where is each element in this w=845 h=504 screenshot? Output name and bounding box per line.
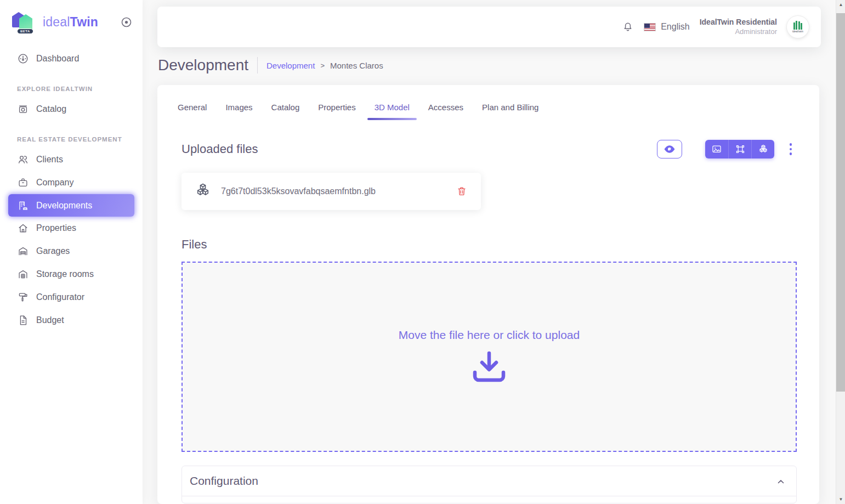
configuration-card: Configuration [182, 466, 797, 503]
model-3d-view-button[interactable] [751, 140, 774, 158]
notifications-button[interactable] [622, 21, 634, 33]
avatar-building-icon [793, 21, 803, 30]
sidebar-item-dashboard[interactable]: Dashboard [0, 47, 143, 70]
view-toolbar [657, 140, 797, 158]
home-icon [17, 222, 29, 234]
vector-square-icon [735, 144, 746, 155]
app-screen: BETA idealTwin Dashboard EXPLORE IDEALTW… [0, 0, 845, 504]
sidebar-item-label: Properties [36, 223, 76, 233]
breadcrumb: Development > Montes Claros [266, 61, 383, 70]
briefcase-icon [17, 177, 29, 189]
title-divider [257, 57, 258, 73]
vector-view-button[interactable] [728, 140, 751, 158]
sidebar-item-label: Garages [36, 246, 70, 256]
gauge-icon [17, 53, 29, 65]
scroll-down-arrow[interactable]: ▼ [836, 495, 845, 504]
user-role: Administrator [700, 27, 777, 37]
sidebar-item-catalog[interactable]: Catalog [0, 98, 143, 121]
brand-name: idealTwin [43, 15, 98, 30]
sidebar-section-explore: EXPLORE IDEALTWIN [17, 86, 143, 92]
trash-icon [456, 185, 468, 197]
tab-properties[interactable]: Properties [318, 103, 355, 120]
page-scrollbar[interactable]: ▲ ▼ [836, 0, 845, 504]
image-view-button[interactable] [705, 140, 728, 158]
download-tray-icon [469, 349, 509, 386]
page-title-row: Development Development > Montes Claros [158, 56, 383, 74]
sidebar-item-label: Dashboard [36, 54, 79, 64]
uploaded-files-heading: Uploaded files [182, 142, 258, 156]
sidebar-nav: Dashboard EXPLORE IDEALTWIN Catalog REAL… [0, 47, 143, 332]
configuration-header[interactable]: Configuration [182, 466, 796, 496]
sidebar-item-garages[interactable]: Garages [0, 240, 143, 263]
bell-icon [622, 21, 634, 33]
file-dropzone[interactable]: Move the file here or click to upload [182, 262, 797, 452]
preview-button[interactable] [657, 140, 682, 158]
tab-images[interactable]: Images [225, 103, 252, 120]
tab-bar: General Images Catalog Properties 3D Mod… [157, 85, 819, 120]
avatar-caption: idealtwin [792, 30, 803, 33]
sidebar-item-label: Developments [36, 201, 92, 211]
beta-badge: BETA [17, 29, 33, 34]
sidebar-item-storage-rooms[interactable]: Storage rooms [0, 263, 143, 286]
scroll-up-arrow[interactable]: ▲ [836, 0, 845, 9]
dropzone-text: Move the file here or click to upload [399, 329, 580, 342]
sidebar-collapse-toggle[interactable] [121, 17, 132, 27]
sidebar-item-label: Catalog [36, 104, 66, 114]
sidebar-item-label: Clients [36, 155, 63, 165]
files-heading: Files [182, 237, 819, 252]
delete-file-button[interactable] [456, 185, 468, 197]
sidebar-item-label: Configurator [36, 292, 84, 302]
cubes-icon [758, 144, 769, 155]
file-name: 7g6t7t0dl53k5ksovavfabqsaemfntbn.glb [221, 186, 376, 196]
sidebar-item-budget[interactable]: Budget [0, 309, 143, 332]
sidebar-item-label: Company [36, 178, 73, 188]
sidebar-item-properties[interactable]: Properties [0, 217, 143, 240]
page-title: Development [158, 56, 248, 74]
sidebar-item-configurator[interactable]: Configurator [0, 286, 143, 309]
scrollbar-thumb[interactable] [836, 13, 845, 392]
tab-plan-and-billing[interactable]: Plan and Billing [482, 103, 538, 120]
record-circle-icon [121, 17, 132, 27]
catalog-icon [17, 103, 29, 115]
us-flag-icon [644, 23, 656, 31]
sidebar-item-label: Budget [36, 315, 64, 325]
sidebar-item-label: Storage rooms [36, 269, 94, 279]
kebab-menu-icon [790, 143, 792, 146]
sidebar-section-real-estate: REAL ESTATE DEVELOPMENT [17, 136, 143, 143]
more-options-button[interactable] [785, 140, 797, 158]
chevron-up-icon [778, 476, 784, 486]
sidebar-item-developments[interactable]: Developments [8, 194, 134, 217]
content-card: General Images Catalog Properties 3D Mod… [157, 85, 819, 504]
tab-general[interactable]: General [178, 103, 207, 120]
sidebar-item-clients[interactable]: Clients [0, 148, 143, 171]
configuration-heading: Configuration [190, 474, 258, 488]
building-car-icon [17, 200, 29, 212]
breadcrumb-parent-link[interactable]: Development [266, 61, 315, 70]
uploaded-files-section-header: Uploaded files [157, 120, 819, 158]
top-header: English IdealTwin Residential Administra… [157, 7, 821, 47]
image-icon [711, 144, 722, 155]
paint-roller-icon [17, 291, 29, 303]
brand-header: BETA idealTwin [0, 0, 143, 33]
tab-catalog[interactable]: Catalog [271, 103, 300, 120]
user-name: IdealTwin Residential [700, 17, 777, 27]
idealtwin-logo-icon: BETA [12, 11, 36, 33]
user-menu[interactable]: IdealTwin Residential Administrator [700, 17, 777, 36]
eye-icon [663, 144, 676, 154]
tab-accesses[interactable]: Accesses [428, 103, 463, 120]
sidebar: BETA idealTwin Dashboard EXPLORE IDEALTW… [0, 0, 143, 504]
breadcrumb-separator: > [320, 61, 325, 70]
language-label: English [661, 22, 689, 32]
language-switcher[interactable]: English [644, 22, 689, 32]
garage-icon [17, 245, 29, 257]
tab-3d-model[interactable]: 3D Model [375, 103, 410, 120]
view-mode-group [705, 140, 774, 158]
breadcrumb-current: Montes Claros [330, 61, 383, 70]
configuration-body [182, 496, 796, 503]
avatar[interactable]: idealtwin [787, 16, 809, 38]
uploaded-file-row[interactable]: 7g6t7t0dl53k5ksovavfabqsaemfntbn.glb [182, 173, 481, 210]
file-text-icon [17, 314, 29, 326]
sidebar-item-company[interactable]: Company [0, 171, 143, 194]
warehouse-boxes-icon [17, 268, 29, 280]
cubes-icon [195, 182, 211, 201]
